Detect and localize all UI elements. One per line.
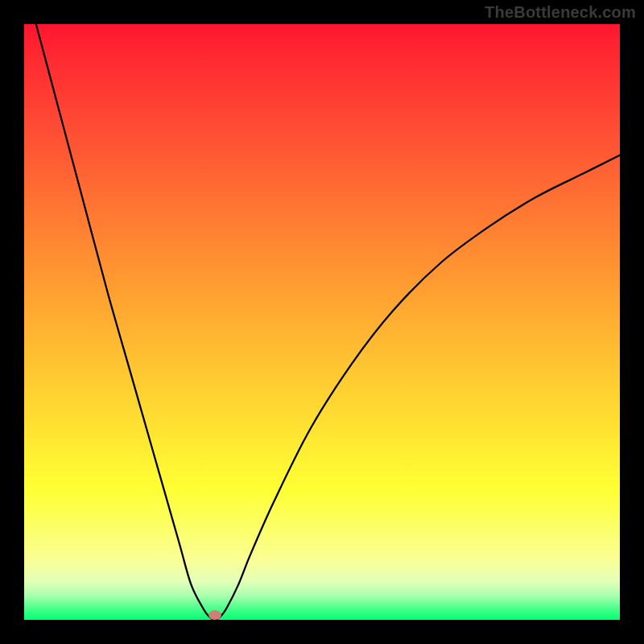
bottleneck-curve (24, 24, 620, 620)
optimum-marker (208, 610, 221, 620)
watermark-text: TheBottleneck.com (485, 3, 636, 22)
chart-frame: TheBottleneck.com (0, 0, 644, 644)
plot-area (24, 24, 620, 620)
